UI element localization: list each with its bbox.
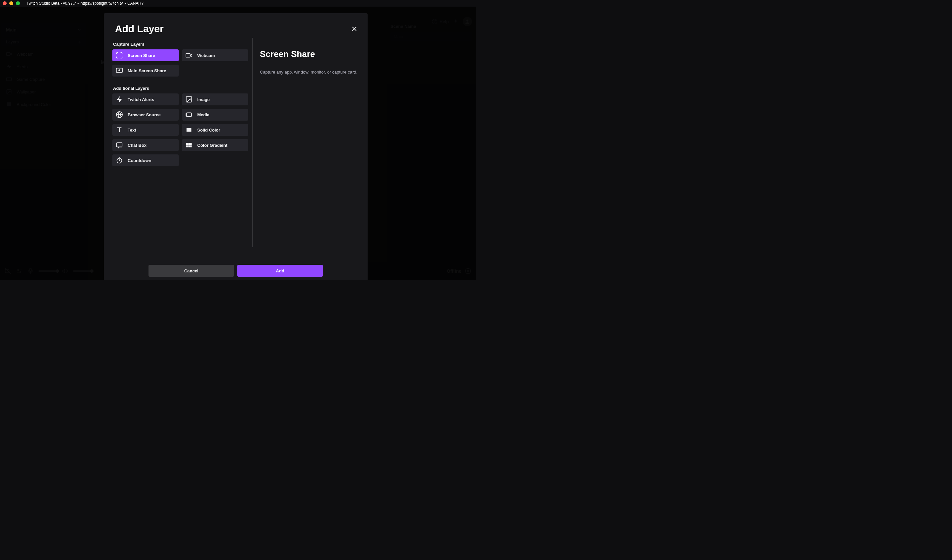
tile-label: Countdown bbox=[128, 158, 151, 163]
stopwatch-icon bbox=[116, 157, 123, 164]
capture-layers-heading: Capture Layers bbox=[113, 42, 248, 47]
tile-label: Image bbox=[197, 97, 210, 102]
tile-twitch-alerts[interactable]: Twitch Alerts bbox=[112, 93, 179, 105]
media-icon bbox=[185, 111, 193, 118]
tile-countdown[interactable]: Countdown bbox=[112, 154, 179, 167]
solid-color-icon bbox=[185, 126, 193, 134]
svg-rect-23 bbox=[186, 54, 190, 57]
tile-label: Chat Box bbox=[128, 143, 147, 148]
tile-main-screen-share[interactable]: Main Screen Share bbox=[112, 65, 179, 77]
layer-detail: Screen Share Capture any app, window, mo… bbox=[252, 38, 359, 247]
chat-icon bbox=[116, 142, 123, 149]
tile-browser-source[interactable]: Browser Source bbox=[112, 109, 179, 120]
svg-marker-27 bbox=[117, 96, 122, 102]
tile-image[interactable]: Image bbox=[182, 93, 248, 105]
add-button[interactable]: Add bbox=[237, 265, 323, 277]
image-icon bbox=[185, 96, 193, 103]
modal-title: Add Layer bbox=[115, 23, 164, 34]
tile-screen-share[interactable]: Screen Share bbox=[112, 49, 179, 61]
svg-rect-31 bbox=[187, 113, 192, 117]
svg-point-42 bbox=[117, 158, 122, 164]
bolt-icon bbox=[116, 96, 123, 103]
gradient-icon bbox=[185, 142, 193, 149]
add-layer-modal: Add Layer Capture Layers Screen Share We… bbox=[104, 13, 368, 280]
tile-label: Browser Source bbox=[128, 112, 161, 117]
svg-rect-39 bbox=[189, 143, 192, 145]
titlebar: Twitch Studio Beta - v0.97.7 ~ https://s… bbox=[0, 0, 476, 7]
detail-title: Screen Share bbox=[260, 49, 359, 59]
maximize-button[interactable] bbox=[16, 2, 20, 5]
monitor-icon bbox=[116, 67, 123, 74]
screen-share-icon bbox=[116, 52, 123, 59]
close-modal-button[interactable] bbox=[351, 26, 358, 32]
svg-point-26 bbox=[119, 69, 120, 71]
svg-rect-37 bbox=[117, 143, 122, 147]
minimize-button[interactable] bbox=[9, 2, 13, 5]
tile-label: Media bbox=[197, 112, 210, 117]
webcam-icon bbox=[185, 52, 193, 59]
tile-label: Twitch Alerts bbox=[128, 97, 154, 102]
layer-options: Capture Layers Screen Share Webcam Main … bbox=[112, 38, 251, 259]
close-button[interactable] bbox=[3, 2, 7, 5]
tile-color-gradient[interactable]: Color Gradient bbox=[182, 139, 248, 151]
globe-icon bbox=[116, 111, 123, 118]
tile-label: Color Gradient bbox=[197, 143, 227, 148]
tile-chat-box[interactable]: Chat Box bbox=[112, 139, 179, 151]
additional-layers-heading: Additional Layers bbox=[113, 86, 248, 91]
tile-label: Text bbox=[128, 128, 136, 133]
svg-rect-36 bbox=[187, 128, 192, 132]
window-title: Twitch Studio Beta - v0.97.7 ~ https://s… bbox=[26, 1, 144, 6]
tile-label: Solid Color bbox=[197, 128, 220, 133]
svg-rect-41 bbox=[189, 145, 192, 147]
detail-description: Capture any app, window, monitor, or cap… bbox=[260, 69, 359, 75]
svg-rect-40 bbox=[186, 145, 189, 147]
tile-label: Webcam bbox=[197, 53, 215, 58]
tile-media[interactable]: Media bbox=[182, 109, 248, 120]
tile-label: Main Screen Share bbox=[128, 68, 166, 73]
tile-solid-color[interactable]: Solid Color bbox=[182, 124, 248, 136]
cancel-button[interactable]: Cancel bbox=[148, 265, 234, 277]
tile-webcam[interactable]: Webcam bbox=[182, 49, 248, 61]
tile-text[interactable]: Text bbox=[112, 124, 179, 136]
text-icon bbox=[116, 126, 123, 134]
svg-rect-38 bbox=[186, 143, 189, 145]
window-controls bbox=[3, 2, 20, 5]
tile-label: Screen Share bbox=[128, 53, 155, 58]
